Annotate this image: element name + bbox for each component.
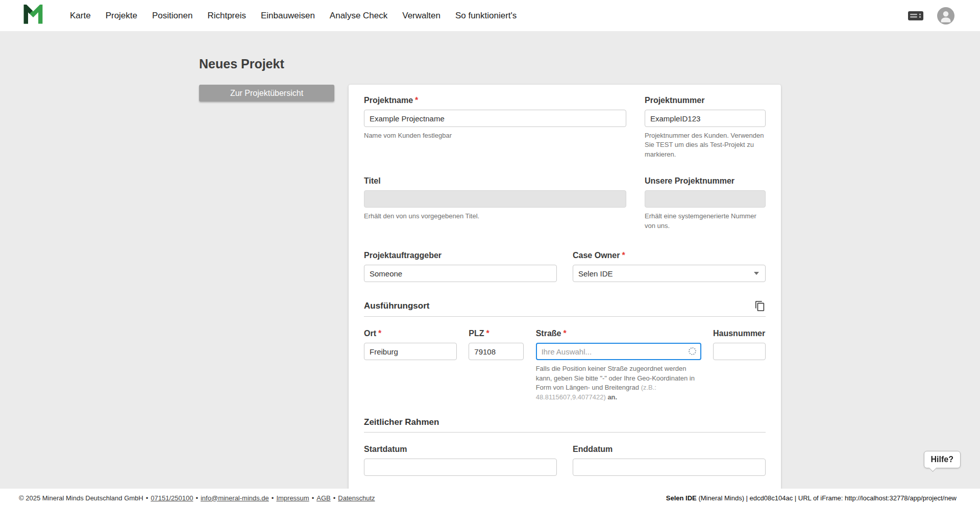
main-area: Neues Projekt Zur Projektübersicht Proje… [0, 31, 980, 489]
required-asterisk: * [563, 329, 566, 338]
footer: © 2025 Mineral Minds Deutschland GmbH • … [0, 489, 980, 507]
app-logo[interactable] [23, 5, 43, 27]
footer-separator: • [333, 494, 336, 502]
project-form-card: Projektname* Name vom Kunden festlegbar … [349, 85, 781, 489]
nav-right-controls [908, 7, 954, 24]
required-asterisk: * [378, 329, 381, 338]
nav-item-analyse-check[interactable]: Analyse Check [330, 11, 387, 21]
footer-email-link[interactable]: info@mineral-minds.de [201, 494, 269, 502]
project-overview-button[interactable]: Zur Projektübersicht [199, 85, 334, 102]
hausnummer-label: Hausnummer [713, 329, 766, 338]
projektnummer-input[interactable] [645, 110, 766, 127]
footer-separator: • [312, 494, 314, 502]
footer-impressum-link[interactable]: Impressum [276, 494, 309, 502]
user-avatar-icon[interactable] [937, 7, 954, 24]
unsere-projektnummer-helper: Erhält eine systemgenerierte Nummer von … [645, 212, 766, 231]
footer-copyright: © 2025 Mineral Minds Deutschland GmbH [19, 494, 143, 502]
nav-menu: Karte Projekte Positionen Richtpreis Ein… [70, 11, 517, 21]
projektnummer-helper: Projektnummer des Kunden. Verwenden Sie … [645, 131, 766, 159]
nav-item-karte[interactable]: Karte [70, 11, 91, 21]
unsere-projektnummer-input [645, 190, 766, 208]
case-owner-label: Case Owner* [573, 251, 766, 260]
nav-item-positionen[interactable]: Positionen [152, 11, 192, 21]
nav-item-einbauweisen[interactable]: Einbauweisen [261, 11, 315, 21]
case-owner-select[interactable]: Selen IDE [573, 265, 766, 282]
footer-separator: • [146, 494, 149, 502]
help-button[interactable]: Hilfe? [924, 451, 961, 468]
help-label: Hilfe? [931, 455, 953, 464]
unsere-projektnummer-label: Unsere Projektnummer [645, 176, 766, 186]
enddatum-input[interactable] [573, 459, 766, 476]
page-title: Neues Projekt [199, 57, 781, 71]
startdatum-label: Startdatum [364, 445, 557, 454]
section-divider [364, 432, 766, 433]
footer-phone-link[interactable]: 07151/250100 [151, 494, 193, 502]
section-divider [364, 316, 766, 317]
footer-session-info: Selen IDE (Mineral Minds) | edcd08c104ac… [666, 494, 957, 502]
section-title-ausfuehrungsort: Ausführungsort [364, 301, 429, 311]
titel-label: Titel [364, 176, 626, 186]
startdatum-input[interactable] [364, 459, 557, 476]
projektname-label: Projektname* [364, 96, 626, 105]
server-icon[interactable] [908, 10, 924, 22]
case-owner-value: Selen IDE [578, 269, 613, 278]
footer-left: © 2025 Mineral Minds Deutschland GmbH • … [19, 494, 375, 502]
footer-datenschutz-link[interactable]: Datenschutz [338, 494, 375, 502]
required-asterisk: * [415, 96, 418, 105]
ort-label: Ort* [364, 329, 457, 338]
footer-separator: • [272, 494, 274, 502]
required-asterisk: * [622, 251, 625, 260]
enddatum-label: Enddatum [573, 445, 766, 454]
copy-icon[interactable] [754, 300, 766, 312]
strasse-label: Straße* [536, 329, 701, 338]
titel-helper: Erhält den von uns vorgegebenen Titel. [364, 212, 626, 221]
titel-input [364, 190, 626, 208]
strasse-input[interactable] [536, 343, 701, 360]
projektname-helper: Name vom Kunden festlegbar [364, 131, 626, 140]
strasse-helper: Falls die Position keiner Straße zugeord… [536, 364, 701, 402]
plz-label: PLZ* [469, 329, 524, 338]
nav-item-projekte[interactable]: Projekte [106, 11, 137, 21]
section-title-zeitlicher-rahmen: Zeitlicher Rahmen [364, 417, 439, 427]
loading-spinner-icon [689, 347, 696, 355]
ort-input[interactable] [364, 343, 457, 360]
projektauftraggeber-label: Projektauftraggeber [364, 251, 557, 260]
projektnummer-label: Projektnummer [645, 96, 766, 105]
projektauftraggeber-input[interactable] [364, 265, 557, 282]
chevron-down-icon [754, 272, 759, 275]
projektname-input[interactable] [364, 110, 626, 127]
footer-user-name: Selen IDE [666, 494, 697, 502]
nav-item-richtpreis[interactable]: Richtpreis [207, 11, 246, 21]
footer-session-details: (Mineral Minds) | edcd08c104ac | URL of … [697, 494, 957, 502]
required-asterisk: * [486, 329, 489, 338]
hausnummer-input[interactable] [713, 343, 766, 360]
footer-separator: • [195, 494, 198, 502]
logo-icon [23, 5, 43, 27]
nav-item-so-funktionierts[interactable]: So funktioniert's [455, 11, 517, 21]
nav-item-verwalten[interactable]: Verwalten [402, 11, 440, 21]
footer-agb-link[interactable]: AGB [316, 494, 330, 502]
plz-input[interactable] [469, 343, 524, 360]
top-nav: Karte Projekte Positionen Richtpreis Ein… [0, 0, 980, 31]
